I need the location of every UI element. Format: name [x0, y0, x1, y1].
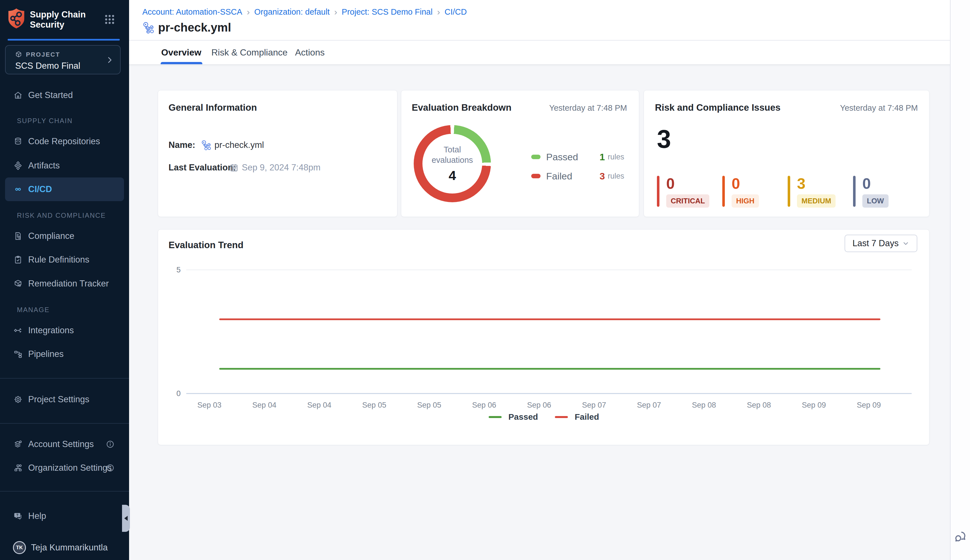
chevron-separator-icon: ›: [334, 8, 337, 16]
breadcrumb-organization[interactable]: Organization: default: [254, 7, 330, 17]
severity-bar: [853, 176, 856, 207]
severity-critical: 0 CRITICAL: [657, 176, 722, 208]
sidebar-item-label: Project Settings: [28, 394, 89, 405]
x-axis-tick: Sep 09: [857, 401, 881, 409]
total-issues-value: 3: [657, 127, 671, 152]
x-axis-tick: Sep 06: [527, 401, 551, 409]
org-hierarchy-gear-icon: [13, 463, 23, 472]
last-evaluation-label: Last Evaluation:: [169, 163, 236, 173]
x-axis-tick: Sep 08: [692, 401, 716, 409]
pipeline-icon: [142, 22, 155, 34]
chevron-separator-icon: ›: [437, 8, 440, 16]
x-axis-tick: Sep 04: [252, 401, 277, 409]
sidebar-divider: [0, 491, 129, 492]
passed-count: 1: [600, 152, 605, 163]
sidebar-item-label: Integrations: [28, 325, 74, 335]
page-title: pr-check.yml: [158, 21, 231, 34]
card-title: Evaluation Breakdown: [412, 102, 511, 113]
trend-range-select[interactable]: Last 7 Days: [845, 235, 917, 252]
sidebar-section-supply-chain: SUPPLY CHAIN: [17, 117, 73, 125]
name-label: Name:: [169, 140, 195, 150]
donut-center: Total evaluations 4: [422, 134, 482, 193]
tab-risk-compliance[interactable]: Risk & Compliance: [211, 40, 287, 64]
y-axis-tick-min: 0: [164, 389, 180, 398]
repository-icon: [13, 137, 23, 146]
gear-icon: [13, 395, 23, 404]
x-axis-tick: Sep 07: [582, 401, 606, 409]
legend-row-passed: Passed 1 rules: [531, 151, 624, 163]
chevron-separator-icon: ›: [247, 8, 250, 16]
x-axis-tick: Sep 09: [802, 401, 826, 409]
sidebar-item-integrations[interactable]: Integrations: [0, 322, 129, 340]
sidebar-item-label: Code Repositories: [28, 136, 100, 147]
active-tab-indicator: [160, 62, 202, 64]
passed-legend-label: Passed: [546, 152, 587, 163]
chevron-down-icon: [902, 240, 910, 247]
severity-high: 0 HIGH: [722, 176, 788, 208]
info-icon[interactable]: [106, 464, 114, 472]
sidebar-item-label: Pipelines: [28, 349, 64, 359]
right-rail: [950, 0, 970, 560]
sidebar-item-label: CI/CD: [28, 184, 52, 194]
info-icon[interactable]: [106, 440, 114, 448]
severity-breakdown: 0 CRITICAL 0 HIGH 3 MEDIUM: [657, 176, 918, 208]
sidebar-item-pipelines[interactable]: Pipelines: [0, 345, 129, 363]
breadcrumb: Account: Automation-SSCA › Organization:…: [142, 7, 467, 17]
sidebar-item-compliance[interactable]: Compliance: [0, 227, 129, 245]
sidebar-section-manage: MANAGE: [17, 306, 50, 314]
tab-overview[interactable]: Overview: [161, 40, 201, 64]
artifacts-icon: [13, 161, 23, 170]
breadcrumb-section[interactable]: CI/CD: [445, 7, 467, 17]
avatar: TK: [13, 541, 26, 554]
sidebar-item-rule-definitions[interactable]: Rule Definitions: [0, 251, 129, 269]
main-area: Account: Automation-SSCA › Organization:…: [129, 0, 950, 560]
failed-line-swatch: [555, 416, 568, 418]
sidebar-item-organization-settings[interactable]: Organization Settings: [0, 459, 129, 477]
evaluation-trend-card: Evaluation Trend Last 7 Days 5 0 Sep 03S…: [158, 229, 930, 445]
evaluations-donut-chart: Total evaluations 4: [414, 125, 491, 202]
support-chat-icon[interactable]: [953, 530, 967, 544]
sidebar-item-help[interactable]: ? Help: [0, 507, 129, 525]
breadcrumb-project[interactable]: Project: SCS Demo Final: [342, 7, 432, 17]
sidebar-item-code-repositories[interactable]: Code Repositories: [0, 132, 129, 150]
sidebar-item-artifacts[interactable]: Artifacts: [0, 157, 129, 175]
sidebar-collapse-handle[interactable]: [122, 505, 130, 532]
sidebar-item-account-settings[interactable]: Account Settings: [0, 435, 129, 453]
cube-icon: [15, 51, 23, 58]
project-selector-name: SCS Demo Final: [15, 61, 80, 71]
low-badge: LOW: [862, 194, 888, 208]
breadcrumb-account[interactable]: Account: Automation-SSCA: [142, 7, 242, 17]
failed-unit: rules: [608, 172, 624, 180]
sidebar-item-label: Remediation Tracker: [28, 278, 109, 289]
x-axis-tick: Sep 05: [362, 401, 386, 409]
pipeline-icon: [201, 140, 212, 150]
trend-chart-legend: Passed Failed: [158, 412, 930, 422]
sidebar-item-remediation-tracker[interactable]: Remediation Tracker: [0, 275, 129, 293]
card-title: General Information: [169, 102, 257, 113]
sidebar-divider: [0, 423, 129, 424]
clipboard-check-icon: [13, 255, 23, 264]
failed-legend-swatch: [531, 174, 541, 178]
x-axis-tick: Sep 03: [197, 401, 222, 409]
sidebar-item-cicd[interactable]: CI/CD: [5, 177, 124, 201]
sidebar-item-label: Get Started: [28, 90, 73, 100]
sidebar-section-risk-compliance: RISK AND COMPLIANCE: [17, 212, 106, 220]
x-axis-tick: Sep 06: [472, 401, 496, 409]
sidebar-item-get-started[interactable]: Get Started: [0, 86, 129, 104]
severity-bar: [657, 176, 659, 207]
calendar-icon: [229, 163, 239, 172]
tab-actions[interactable]: Actions: [295, 40, 325, 64]
sidebar-item-project-settings[interactable]: Project Settings: [0, 390, 129, 408]
sidebar-item-label: Artifacts: [28, 160, 60, 171]
user-menu[interactable]: TK Teja Kummarikuntla: [0, 538, 129, 557]
module-switcher-icon[interactable]: [104, 13, 115, 25]
risk-compliance-issues-card: Risk and Compliance Issues Yesterday at …: [644, 90, 930, 217]
pipelines-icon: [13, 350, 23, 358]
project-selector[interactable]: PROJECT SCS Demo Final: [5, 45, 120, 74]
app-logo: Supply Chain Security: [7, 7, 122, 33]
passed-unit: rules: [608, 153, 624, 162]
card-timestamp: Yesterday at 7:48 PM: [549, 103, 627, 113]
donut-total-value: 4: [449, 168, 456, 183]
sidebar: Supply Chain Security PROJECT SCS Demo F…: [0, 0, 129, 560]
trend-chart: Sep 03Sep 04Sep 04Sep 05Sep 05Sep 06Sep …: [186, 266, 912, 413]
